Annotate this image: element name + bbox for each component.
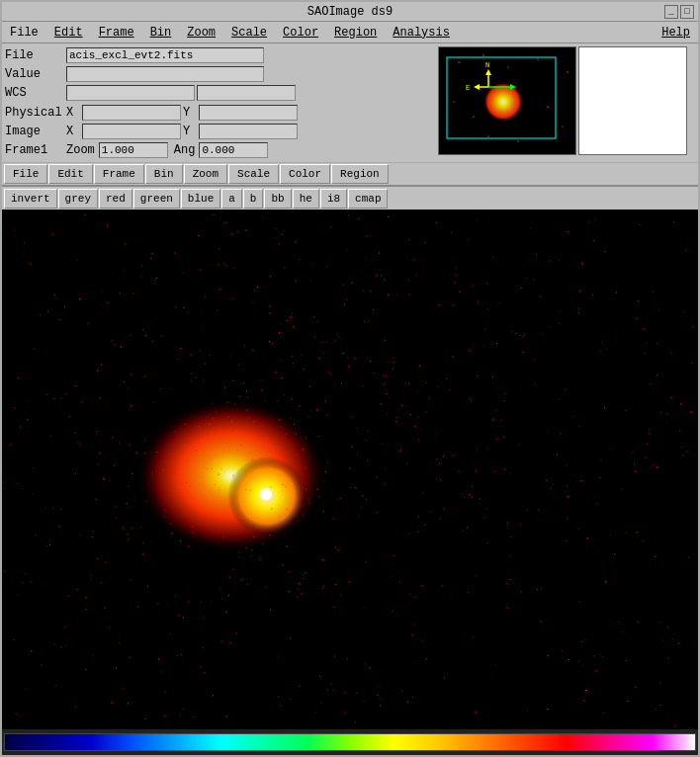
info-panel: File Value WCS Physical X Y bbox=[2, 43, 698, 162]
title-bar: SAOImage ds9 _ □ bbox=[2, 2, 698, 22]
image-y-label: Y bbox=[183, 125, 197, 138]
physical-x-input[interactable] bbox=[82, 105, 181, 121]
file-input[interactable] bbox=[66, 47, 264, 63]
menu-zoom[interactable]: Zoom bbox=[183, 25, 219, 41]
wcs-label: WCS bbox=[5, 86, 64, 100]
info-fields: File Value WCS Physical X Y bbox=[5, 46, 434, 159]
svg-point-2 bbox=[482, 54, 484, 56]
value-input[interactable] bbox=[66, 66, 264, 82]
menu-analysis[interactable]: Analysis bbox=[389, 25, 454, 41]
colorbar-gradient bbox=[4, 733, 696, 751]
cmap-green-button[interactable]: green bbox=[133, 189, 180, 209]
file-row: File bbox=[5, 46, 434, 63]
svg-point-6 bbox=[453, 101, 455, 103]
cmap-cmap-button[interactable]: cmap bbox=[348, 189, 388, 209]
svg-point-5 bbox=[567, 71, 569, 73]
cmap-bb-button[interactable]: bb bbox=[264, 189, 291, 209]
svg-point-11 bbox=[517, 140, 519, 142]
menu-bar: File Edit Frame Bin Zoom Scale Color Reg… bbox=[2, 22, 698, 43]
colormap-bar: invert grey red green blue a b bb he i8 … bbox=[2, 186, 698, 210]
toolbar-region-button[interactable]: Region bbox=[331, 164, 389, 184]
minimize-button[interactable]: _ bbox=[664, 5, 678, 19]
physical-row: Physical X Y bbox=[5, 104, 434, 121]
cmap-blue-button[interactable]: blue bbox=[181, 189, 220, 209]
menu-region[interactable]: Region bbox=[330, 25, 381, 41]
physical-x-label: X bbox=[66, 106, 80, 120]
physical-y-label: Y bbox=[183, 106, 197, 120]
menu-bin[interactable]: Bin bbox=[146, 25, 176, 41]
image-y-input[interactable] bbox=[199, 124, 298, 139]
main-image-svg bbox=[2, 210, 698, 729]
wcs-input2[interactable] bbox=[197, 85, 296, 101]
thumb-svg: N E bbox=[439, 47, 576, 155]
svg-point-12 bbox=[483, 82, 523, 122]
menu-file[interactable]: File bbox=[6, 25, 43, 41]
window-title: SAOImage ds9 bbox=[307, 5, 393, 19]
toolbar-edit-button[interactable]: Edit bbox=[48, 164, 92, 184]
frame-row: Frame1 Zoom Ang bbox=[5, 142, 434, 159]
thumb-content: N E bbox=[439, 47, 575, 154]
value-label: Value bbox=[5, 67, 64, 81]
toolbar-zoom-button[interactable]: Zoom bbox=[184, 164, 227, 184]
file-label: File bbox=[5, 48, 64, 62]
thumbnail-white bbox=[578, 46, 687, 155]
image-x-label: X bbox=[66, 125, 80, 138]
toolbar-file-button[interactable]: File bbox=[4, 164, 47, 184]
main-image-area[interactable] bbox=[2, 210, 698, 729]
svg-point-10 bbox=[487, 135, 489, 137]
svg-point-1 bbox=[458, 61, 460, 63]
svg-point-8 bbox=[547, 106, 549, 108]
zoom-input[interactable] bbox=[99, 142, 168, 158]
svg-point-26 bbox=[263, 491, 269, 497]
colorbar-area bbox=[2, 729, 698, 755]
cmap-a-button[interactable]: a bbox=[221, 189, 242, 209]
thumbnail-area: N E bbox=[438, 46, 695, 159]
zoom-label: Zoom bbox=[66, 143, 95, 157]
ang-input[interactable] bbox=[199, 142, 268, 158]
menu-help[interactable]: Help bbox=[657, 25, 694, 41]
physical-label: Physical bbox=[5, 106, 64, 120]
wcs-input1[interactable] bbox=[66, 85, 195, 101]
frame-label: Frame1 bbox=[5, 143, 64, 157]
value-row: Value bbox=[5, 65, 434, 82]
toolbar-color-button[interactable]: Color bbox=[280, 164, 330, 184]
maximize-button[interactable]: □ bbox=[680, 5, 694, 19]
cmap-invert-button[interactable]: invert bbox=[4, 189, 57, 209]
toolbar-bin-button[interactable]: Bin bbox=[145, 164, 183, 184]
image-x-input[interactable] bbox=[82, 124, 181, 139]
toolbar-frame-button[interactable]: Frame bbox=[94, 164, 144, 184]
cmap-red-button[interactable]: red bbox=[99, 189, 132, 209]
cmap-he-button[interactable]: he bbox=[293, 189, 319, 209]
window-controls: _ □ bbox=[664, 5, 694, 19]
toolbar-scale-button[interactable]: Scale bbox=[228, 164, 279, 184]
svg-point-9 bbox=[562, 126, 564, 127]
cmap-b-button[interactable]: b bbox=[243, 189, 264, 209]
main-window: SAOImage ds9 _ □ File Edit Frame Bin Zoo… bbox=[0, 0, 700, 757]
cmap-grey-button[interactable]: grey bbox=[58, 189, 98, 209]
menu-frame[interactable]: Frame bbox=[95, 25, 138, 41]
image-row: Image X Y bbox=[5, 123, 434, 139]
svg-point-3 bbox=[507, 66, 509, 68]
menu-color[interactable]: Color bbox=[279, 25, 322, 41]
svg-point-4 bbox=[537, 58, 539, 60]
menu-edit[interactable]: Edit bbox=[50, 25, 87, 41]
ang-label: Ang bbox=[174, 143, 196, 157]
image-label: Image bbox=[5, 125, 64, 138]
svg-point-7 bbox=[473, 116, 475, 118]
cmap-i8-button[interactable]: i8 bbox=[320, 189, 347, 209]
svg-text:E: E bbox=[466, 84, 470, 92]
thumbnail-image: N E bbox=[438, 46, 576, 155]
menu-scale[interactable]: Scale bbox=[227, 25, 271, 41]
wcs-row: WCS bbox=[5, 85, 434, 102]
physical-y-input[interactable] bbox=[199, 105, 298, 121]
svg-text:N: N bbox=[485, 61, 489, 69]
toolbar: File Edit Frame Bin Zoom Scale Color Reg… bbox=[2, 162, 698, 186]
